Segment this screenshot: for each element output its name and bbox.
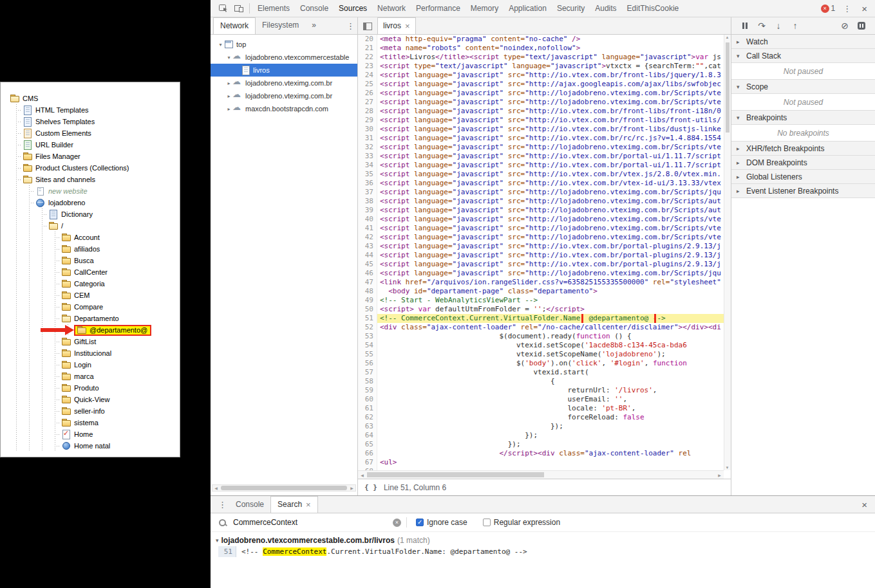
line-number[interactable]: 56 bbox=[358, 359, 377, 368]
line-content[interactable]: vtexid.start( bbox=[377, 368, 731, 377]
line-content[interactable]: <script language="javascript" src="http:… bbox=[377, 242, 731, 251]
file-tree-item-maxcdn-bootstrapcdn-com[interactable]: ▸maxcdn.bootstrapcdn.com bbox=[211, 102, 357, 115]
section-header-dom-breakpoints[interactable]: ▸DOM Breakpoints bbox=[731, 156, 875, 170]
section-header-watch[interactable]: ▸Watch bbox=[731, 35, 875, 49]
cms-tree-item-cem[interactable]: CEM bbox=[1, 289, 180, 301]
line-number[interactable]: 46 bbox=[358, 269, 377, 278]
pause-script-icon[interactable] bbox=[737, 17, 753, 34]
line-number[interactable]: 37 bbox=[358, 188, 377, 197]
editor-vertical-scrollbar[interactable]: ▲ ▼ bbox=[724, 35, 731, 470]
cms-tree-item-home-natal[interactable]: Home natal bbox=[1, 440, 180, 452]
regex-checkbox[interactable] bbox=[483, 519, 491, 526]
navigator-horizontal-scrollbar[interactable]: ◀ ▶ bbox=[212, 484, 356, 492]
line-number[interactable]: 21 bbox=[358, 44, 377, 53]
code-editor[interactable]: 20<meta http-equiv="pragma" content="no-… bbox=[358, 35, 731, 479]
line-number[interactable]: 45 bbox=[358, 260, 377, 269]
cms-tree-item-busca[interactable]: Busca bbox=[1, 255, 180, 266]
tab-elements[interactable]: Elements bbox=[252, 0, 295, 17]
line-content[interactable]: }); bbox=[377, 431, 731, 440]
line-number[interactable]: 30 bbox=[358, 125, 377, 134]
line-number[interactable]: 32 bbox=[358, 143, 377, 152]
line-number[interactable]: 35 bbox=[358, 170, 377, 179]
tab-memory[interactable]: Memory bbox=[466, 0, 503, 17]
line-content[interactable]: <script language="javascript" src="http:… bbox=[377, 134, 731, 143]
line-number[interactable]: 22 bbox=[358, 53, 377, 62]
tab-console[interactable]: Console bbox=[295, 0, 334, 17]
line-number[interactable]: 25 bbox=[358, 80, 377, 89]
line-content[interactable]: <script language="javascript" src="http:… bbox=[377, 224, 731, 233]
cms-tree-item-account[interactable]: Account bbox=[1, 232, 180, 243]
cms-tree-item-compare[interactable]: Compare bbox=[1, 301, 180, 313]
line-number[interactable]: 44 bbox=[358, 251, 377, 260]
error-badge[interactable]: × 1 bbox=[821, 4, 836, 13]
expand-icon[interactable]: ▸ bbox=[225, 106, 232, 112]
expand-icon[interactable]: ▾ bbox=[217, 42, 224, 48]
line-number[interactable]: 64 bbox=[358, 431, 377, 440]
line-number[interactable]: 48 bbox=[358, 287, 377, 296]
scroll-left-icon[interactable]: ◀ bbox=[213, 486, 219, 490]
scrollbar-thumb[interactable] bbox=[367, 472, 544, 477]
line-content[interactable]: </script><div class="ajax-content-loader… bbox=[377, 449, 731, 458]
file-tree-item-lojadobreno-vtexcommercestable[interactable]: ▾lojadobreno.vtexcommercestable bbox=[211, 51, 357, 64]
line-number[interactable]: 31 bbox=[358, 134, 377, 143]
line-content[interactable]: <script language="javascript" src="http:… bbox=[377, 161, 731, 170]
section-header-xhr-fetch-breakpoints[interactable]: ▸XHR/fetch Breakpoints bbox=[731, 142, 875, 156]
cms-tree-item-departamento[interactable]: Departamento bbox=[1, 313, 180, 324]
line-number[interactable]: 63 bbox=[358, 422, 377, 431]
cms-tree-item-produto[interactable]: Produto bbox=[1, 382, 180, 394]
scrollbar-thumb[interactable] bbox=[726, 42, 729, 133]
line-content[interactable]: returnUrl: '/livros', bbox=[377, 386, 731, 395]
line-content[interactable]: <!-- CommerceContext.Current.VirtualFold… bbox=[377, 314, 731, 323]
line-content[interactable]: <script language="javascript" src="http:… bbox=[377, 98, 731, 107]
cms-tree-item-cms[interactable]: CMS bbox=[1, 93, 180, 104]
line-number[interactable]: 27 bbox=[358, 98, 377, 107]
line-content[interactable]: <script language="javascript" src="http:… bbox=[377, 233, 731, 242]
section-header-breakpoints[interactable]: ▾Breakpoints bbox=[731, 111, 875, 125]
line-number[interactable]: 65 bbox=[358, 440, 377, 449]
tab-network[interactable]: Network bbox=[372, 0, 411, 17]
navigator-tab-item[interactable]: » bbox=[305, 17, 323, 34]
line-content[interactable]: <script language="javascript" src="http:… bbox=[377, 179, 731, 188]
step-out-icon[interactable]: ↑ bbox=[787, 17, 804, 34]
navigator-menu-icon[interactable]: ⋮ bbox=[344, 21, 357, 31]
line-number[interactable]: 55 bbox=[358, 350, 377, 359]
scroll-up-icon[interactable]: ▲ bbox=[724, 35, 730, 39]
line-content[interactable]: userEmail: '', bbox=[377, 395, 731, 404]
line-content[interactable]: <div class="ajax-content-loader" rel="/n… bbox=[377, 323, 731, 332]
devtools-menu-icon[interactable]: ⋮ bbox=[840, 4, 854, 14]
line-content[interactable]: <ul> bbox=[377, 458, 731, 467]
cms-tree-item-shelves-templates[interactable]: Shelves Templates bbox=[1, 116, 180, 127]
line-content[interactable]: <script language="javascript" src="http:… bbox=[377, 116, 731, 125]
ignore-case-checkbox[interactable] bbox=[416, 519, 424, 526]
line-number[interactable]: 60 bbox=[358, 395, 377, 404]
line-number[interactable]: 54 bbox=[358, 341, 377, 350]
drawer-tab-console[interactable]: Console bbox=[229, 496, 270, 513]
cms-tree-item-url-builder[interactable]: URL Builder bbox=[1, 139, 180, 151]
line-number[interactable]: 53 bbox=[358, 332, 377, 341]
line-number[interactable]: 33 bbox=[358, 152, 377, 161]
line-content[interactable]: <link href="/arquivos/ion.rangeSlider.cs… bbox=[377, 278, 731, 287]
tab-sources[interactable]: Sources bbox=[334, 0, 372, 17]
line-number[interactable]: 61 bbox=[358, 404, 377, 413]
line-content[interactable]: <script language="javascript" src="http:… bbox=[377, 80, 731, 89]
navigator-tab-filesystem[interactable]: Filesystem bbox=[256, 17, 305, 34]
cms-tree-item-custom-elements[interactable]: Custom Elements bbox=[1, 127, 180, 139]
tab-audits[interactable]: Audits bbox=[590, 0, 621, 17]
line-content[interactable]: <script language="javascript" src="http:… bbox=[377, 260, 731, 269]
cms-tree-item-seller-info[interactable]: seller-info bbox=[1, 405, 180, 417]
cms-tree-item-quick-view[interactable]: Quick-View bbox=[1, 394, 180, 405]
line-number[interactable]: 57 bbox=[358, 368, 377, 377]
line-number[interactable]: 58 bbox=[358, 377, 377, 386]
line-number[interactable]: 47 bbox=[358, 278, 377, 287]
scroll-right-icon[interactable]: ▶ bbox=[349, 486, 355, 490]
drawer-menu-icon[interactable]: ⋮ bbox=[216, 500, 229, 510]
cms-tree-item-files-manager[interactable]: Files Manager bbox=[1, 151, 180, 162]
line-number[interactable]: 66 bbox=[358, 449, 377, 458]
line-content[interactable]: <script language="javascript" src="http:… bbox=[377, 170, 731, 179]
line-content[interactable]: <script language="javascript" src="http:… bbox=[377, 197, 731, 206]
cms-tree-item-marca[interactable]: marca bbox=[1, 371, 180, 382]
line-content[interactable]: <script language="javascript" src="http:… bbox=[377, 152, 731, 161]
line-content[interactable]: <script language="javascript" src="http:… bbox=[377, 107, 731, 116]
tab-performance[interactable]: Performance bbox=[411, 0, 466, 17]
cms-tree-item-sistema[interactable]: sistema bbox=[1, 417, 180, 428]
